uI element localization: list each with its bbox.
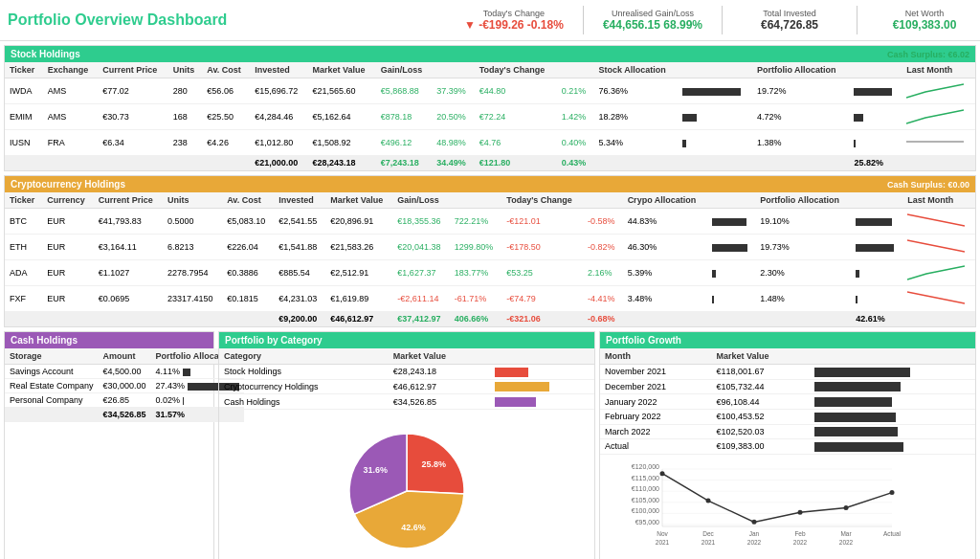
category-section-label: Portfolio by Category	[225, 335, 323, 346]
crypto-row: FXF EUR €0.0695 23317.4150 €0.1815 €4,23…	[5, 286, 975, 312]
svg-text:€95,000: €95,000	[635, 519, 659, 525]
growth-section: Portfolio Growth Month Market Value Nove…	[599, 331, 976, 559]
category-row: Stock Holdings €28,243.18	[219, 365, 594, 380]
category-row: Cash Holdings €34,526.85	[219, 394, 594, 410]
total-invested-value: €64,726.85	[742, 18, 837, 32]
net-worth-stat: Net Worth €109,383.00	[877, 9, 972, 32]
line-chart-svg: €120,000€115,000€110,000€105,000€100,000…	[605, 459, 911, 559]
divider-2	[722, 6, 723, 34]
svg-text:2021: 2021	[702, 539, 716, 546]
growth-row: March 2022 €102,520.03	[600, 424, 975, 439]
crypto-row: BTC EUR €41,793.83 0.5000 €5,083.10 €2,5…	[5, 209, 975, 235]
stock-section-header: Stock Holdings Cash Surplus: €6.02	[5, 46, 975, 62]
unrealised-label: Unrealised Gain/Loss	[603, 9, 702, 18]
growth-row: November 2021 €118,001.67	[600, 365, 975, 380]
stock-total-row: €21,000.00 €28,243.18 €7,243.18 34.49% €…	[5, 156, 975, 170]
crypto-table-header: Ticker Currency Current Price Units Av. …	[5, 192, 975, 209]
svg-text:42.6%: 42.6%	[401, 523, 426, 532]
bottom-grid: Cash Holdings Storage Amount Portfolio A…	[4, 331, 976, 559]
divider-1	[583, 6, 584, 34]
growth-row: January 2022 €96,108.44	[600, 394, 975, 410]
svg-point-29	[706, 498, 711, 503]
svg-text:2021: 2021	[656, 539, 670, 546]
dashboard-title: Portfolio Overview Dashboard	[8, 11, 464, 29]
svg-text:€110,000: €110,000	[632, 485, 659, 492]
total-invested-label: Total Invested	[742, 9, 837, 18]
svg-text:Feb: Feb	[794, 530, 806, 537]
svg-text:31.6%: 31.6%	[364, 465, 389, 475]
crypto-table: Ticker Currency Current Price Units Av. …	[5, 192, 975, 326]
cash-row: Savings Account €4,500.00 4.11%	[5, 365, 244, 379]
svg-text:€115,000: €115,000	[632, 474, 659, 481]
crypto-section-label: Cryptocurrency Holdings	[11, 179, 125, 190]
svg-text:Mar: Mar	[840, 530, 852, 537]
cash-row: Personal Company €26.85 0.02%	[5, 393, 244, 408]
svg-point-33	[890, 490, 895, 495]
cash-section-label: Cash Holdings	[11, 335, 78, 346]
stock-section: Stock Holdings Cash Surplus: €6.02 Ticke…	[4, 45, 976, 171]
line-chart: €120,000€115,000€110,000€105,000€100,000…	[600, 455, 975, 559]
category-section: Portfolio by Category Category Market Va…	[218, 331, 595, 559]
svg-point-28	[660, 471, 665, 476]
header: Portfolio Overview Dashboard Today's Cha…	[0, 0, 980, 41]
cash-section-header: Cash Holdings	[5, 332, 213, 348]
crypto-section-header: Cryptocurrency Holdings Cash Surplus: €0…	[5, 176, 975, 192]
svg-text:Actual: Actual	[883, 530, 902, 537]
unrealised-stat: Unrealised Gain/Loss €44,656.15 68.99%	[603, 9, 702, 32]
svg-text:2022: 2022	[793, 539, 808, 546]
unrealised-value: €44,656.15 68.99%	[603, 18, 702, 32]
growth-section-label: Portfolio Growth	[606, 335, 681, 346]
stock-table-header: Ticker Exchange Current Price Units Av. …	[5, 62, 975, 78]
todays-change-stat: Today's Change ▼ -€199.26 -0.18%	[464, 9, 564, 32]
stock-table: Ticker Exchange Current Price Units Av. …	[5, 62, 975, 170]
crypto-total-row: €9,200.00 €46,612.97 €37,412.97 406.66% …	[5, 312, 975, 326]
stock-row: IUSN FRA €6.34 238 €4.26 €1,012.80 €1,50…	[5, 130, 975, 156]
todays-change-label: Today's Change	[464, 9, 564, 18]
svg-text:Nov: Nov	[657, 530, 668, 537]
svg-point-32	[844, 505, 849, 510]
dashboard: Portfolio Overview Dashboard Today's Cha…	[0, 0, 980, 559]
stock-row: IWDA AMS €77.02 280 €56.06 €15,696.72 €2…	[5, 78, 975, 104]
pie-chart: 25.8%42.6%31.6%	[321, 419, 493, 559]
cash-table: Storage Amount Portfolio Allocation Savi…	[5, 348, 244, 422]
svg-text:25.8%: 25.8%	[421, 459, 446, 469]
cash-total-row: €34,526.85 31.57%	[5, 408, 244, 422]
category-section-header: Portfolio by Category	[219, 332, 594, 348]
crypto-section: Cryptocurrency Holdings Cash Surplus: €0…	[4, 175, 976, 327]
net-worth-label: Net Worth	[877, 9, 972, 18]
stock-row: EMIM AMS €30.73 168 €25.50 €4,284.46 €5,…	[5, 104, 975, 130]
svg-text:€120,000: €120,000	[632, 463, 659, 470]
growth-row: Actual €109,383.00	[600, 439, 975, 455]
svg-text:Dec: Dec	[702, 530, 714, 537]
svg-text:€100,000: €100,000	[632, 507, 659, 514]
pie-chart-container: 25.8%42.6%31.6% StocksCryptoCash	[219, 410, 594, 559]
growth-table: Month Market Value November 2021 €118,00…	[600, 348, 975, 455]
crypto-cash-surplus: Cash Surplus: €0.00	[887, 180, 969, 190]
total-invested-stat: Total Invested €64,726.85	[742, 9, 837, 32]
divider-3	[857, 6, 858, 34]
svg-text:2022: 2022	[747, 539, 762, 546]
svg-point-31	[798, 510, 803, 515]
category-row: Cryptocurrency Holdings €46,612.97	[219, 379, 594, 394]
svg-point-30	[752, 520, 757, 525]
stock-cash-surplus: Cash Surplus: €6.02	[887, 50, 969, 59]
crypto-row: ETH EUR €3,164.11 6.8213 €226.04 €1,541.…	[5, 235, 975, 260]
todays-change-value: ▼ -€199.26 -0.18%	[464, 18, 564, 32]
growth-row: February 2022 €100,453.52	[600, 409, 975, 424]
crypto-row: ADA EUR €1.1027 2278.7954 €0.3886 €885.5…	[5, 260, 975, 286]
svg-text:2022: 2022	[839, 539, 854, 546]
stock-section-label: Stock Holdings	[11, 49, 80, 59]
growth-row: December 2021 €105,732.44	[600, 379, 975, 394]
growth-section-header: Portfolio Growth	[600, 332, 975, 348]
header-stats: Today's Change ▼ -€199.26 -0.18% Unreali…	[464, 6, 972, 34]
cash-row: Real Estate Company €30,000.00 27.43%	[5, 379, 244, 393]
svg-text:€105,000: €105,000	[632, 497, 659, 503]
net-worth-value: €109,383.00	[877, 18, 972, 32]
svg-text:Jan: Jan	[749, 530, 760, 537]
category-table: Category Market Value Stock Holdings €28…	[219, 348, 594, 410]
cash-section: Cash Holdings Storage Amount Portfolio A…	[4, 331, 214, 559]
